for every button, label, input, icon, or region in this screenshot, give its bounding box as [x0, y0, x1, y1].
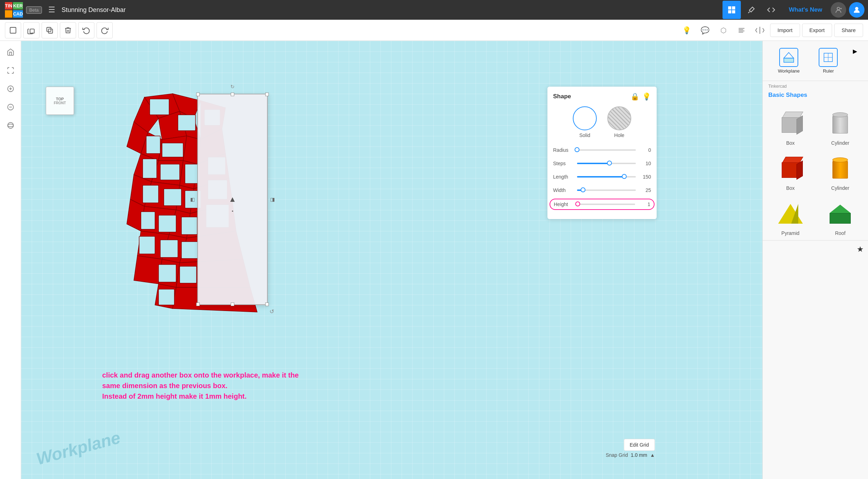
shape-panel-title: Shape — [553, 93, 571, 100]
shapes-button[interactable]: ⬡ — [715, 22, 731, 38]
rs-dropdown-arrow[interactable]: ▶ — [853, 45, 857, 76]
grid-view-button[interactable] — [723, 1, 741, 19]
width-label: Width — [553, 187, 574, 193]
handle-bm[interactable] — [231, 303, 234, 306]
svg-rect-56 — [146, 136, 160, 154]
workplane-icon — [779, 48, 798, 67]
export-button[interactable]: Export — [802, 24, 832, 37]
delete-button[interactable] — [60, 22, 76, 38]
rotate-handle-bottom[interactable]: ↺ — [269, 308, 274, 315]
svg-rect-63 — [143, 185, 159, 203]
undo-button[interactable] — [78, 22, 94, 38]
length-track[interactable] — [577, 176, 636, 178]
redo-button[interactable] — [97, 22, 113, 38]
svg-line-80 — [789, 52, 794, 58]
svg-rect-1 — [732, 6, 735, 10]
scale-handle-left[interactable]: ◧ — [190, 197, 195, 202]
radius-track[interactable] — [577, 149, 636, 151]
handle-tl[interactable] — [196, 93, 200, 96]
view-cube[interactable]: TOP FRONT — [46, 87, 78, 118]
shape-box-red-label: Box — [786, 185, 795, 191]
zoom-in-button[interactable] — [3, 81, 18, 97]
snap-grid: Snap Grid 1.0 mm ▲ — [606, 452, 655, 458]
code-button[interactable] — [762, 1, 780, 19]
rs-section-name: Basic Shapes — [763, 92, 868, 102]
height-handle[interactable]: ▲ — [229, 195, 236, 204]
hole-label: Hole — [614, 132, 625, 138]
fit-view-button[interactable] — [3, 63, 18, 78]
height-scale-box[interactable]: ▪ — [232, 209, 233, 213]
scale-handle-right[interactable]: ◨ — [270, 197, 275, 202]
width-track[interactable] — [577, 189, 636, 191]
solid-circle — [573, 106, 597, 130]
mirror-button[interactable] — [752, 22, 768, 38]
hole-option[interactable]: Hole — [607, 106, 631, 138]
shape-box-gray[interactable]: Box — [768, 106, 813, 146]
whats-new-button[interactable]: What's New — [789, 6, 822, 13]
rs-section-tinkercad: Tinkercad — [763, 81, 868, 92]
workplane-tool[interactable]: Workplane — [774, 45, 804, 76]
add-user-button[interactable] — [831, 2, 846, 18]
svg-rect-74 — [159, 265, 176, 282]
duplicate-button[interactable] — [42, 22, 58, 38]
import-button[interactable]: Import — [770, 24, 800, 37]
rs-tools: Workplane Ruler ▶ — [763, 41, 868, 81]
lock-icon[interactable]: 🔒 — [631, 92, 639, 101]
height-row: Height 1 — [550, 199, 655, 210]
rotate-handle-top[interactable]: ↻ — [230, 84, 235, 89]
handle-tm[interactable] — [231, 93, 234, 96]
ruler-tool[interactable]: Ruler — [814, 45, 842, 76]
shape-box-red[interactable]: Box — [768, 151, 813, 191]
svg-line-79 — [784, 52, 789, 58]
solid-label: Solid — [579, 132, 590, 138]
left-sidebar — [0, 41, 21, 479]
shape-pyramid[interactable]: Pyramid — [768, 197, 813, 236]
rs-footer: ★ — [763, 240, 868, 258]
svg-rect-54 — [150, 99, 169, 115]
tinkercad-logo[interactable]: TIN KER CAD — [4, 1, 22, 19]
shape-cylinder-orange[interactable]: Cylinder — [818, 151, 863, 191]
nav-icons — [723, 1, 780, 19]
home-button[interactable] — [3, 44, 18, 60]
orbit-button[interactable] — [3, 118, 18, 133]
light-icon[interactable]: 💡 — [642, 92, 651, 101]
handle-tr[interactable] — [265, 93, 269, 96]
align-button[interactable] — [733, 22, 750, 38]
length-label: Length — [553, 174, 574, 180]
steps-row: Steps 10 — [553, 158, 651, 168]
avatar-button[interactable] — [849, 2, 864, 18]
solid-option[interactable]: Solid — [573, 106, 597, 138]
height-label: Height — [554, 201, 575, 207]
svg-rect-69 — [181, 217, 197, 235]
copy-button[interactable] — [23, 22, 39, 38]
project-icon: ☰ — [48, 5, 55, 14]
svg-rect-9 — [30, 29, 34, 33]
shape-box-gray-label: Box — [786, 140, 795, 146]
snap-grid-value: 1.0 mm — [631, 452, 647, 458]
canvas-area[interactable]: TOP FRONT — [21, 41, 762, 479]
logo-tin: TIN — [5, 2, 12, 10]
svg-point-4 — [837, 7, 839, 10]
hammer-button[interactable] — [742, 1, 761, 19]
handle-br[interactable] — [265, 303, 269, 306]
svg-rect-75 — [180, 266, 197, 283]
snap-grid-arrow[interactable]: ▲ — [650, 452, 655, 458]
speech-button[interactable]: 💬 — [697, 22, 713, 38]
light-bulb-button[interactable]: 💡 — [678, 22, 695, 38]
shape-pyramid-label: Pyramid — [781, 230, 799, 236]
instruction-text: click and drag another box onto the work… — [102, 370, 299, 402]
handle-bl[interactable] — [196, 303, 200, 306]
panel-footer: Edit Grid Snap Grid 1.0 mm ▲ — [606, 439, 655, 458]
shape-cylinder-gray[interactable]: Cylinder — [818, 106, 863, 146]
steps-track[interactable] — [577, 163, 636, 164]
workplane-label: Workplane — [34, 428, 122, 468]
new-button[interactable] — [5, 22, 21, 38]
shape-roof[interactable]: Roof — [818, 197, 863, 236]
zoom-out-button[interactable] — [3, 99, 18, 115]
height-track[interactable] — [578, 204, 635, 205]
star-icon[interactable]: ★ — [857, 245, 864, 254]
share-button[interactable]: Share — [834, 24, 863, 37]
svg-rect-71 — [139, 236, 155, 254]
edit-grid-button[interactable]: Edit Grid — [624, 439, 655, 451]
secondary-toolbar: 💡 💬 ⬡ Import Export Share — [0, 20, 868, 41]
